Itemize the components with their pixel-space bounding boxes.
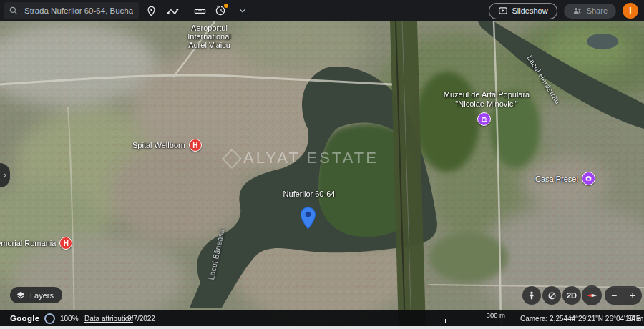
zoom-out-button[interactable]: − bbox=[611, 290, 617, 300]
place-pin-text: Nuferilor 60-64 bbox=[283, 190, 336, 198]
scale-label: 300 m bbox=[487, 311, 505, 319]
top-toolbar: Slideshow Share I bbox=[0, 0, 644, 21]
add-placemark-button[interactable] bbox=[142, 1, 160, 20]
zoom-control: − + bbox=[605, 286, 642, 305]
zoom-in-button[interactable]: + bbox=[630, 290, 635, 300]
chevron-right-icon bbox=[2, 172, 8, 178]
search-input[interactable] bbox=[23, 6, 135, 16]
map-scale-bar: 300 m bbox=[445, 310, 512, 326]
museum-icon[interactable] bbox=[477, 112, 491, 126]
placemark-pin-icon bbox=[146, 6, 157, 16]
status-bar: Google 100% Data attribution 9/7/2022 30… bbox=[0, 310, 644, 326]
airport-line-3: Aurel Vlaicu bbox=[175, 41, 243, 49]
layers-icon bbox=[16, 290, 26, 300]
pegman-icon bbox=[527, 290, 537, 300]
slideshow-play-icon bbox=[498, 6, 508, 16]
slideshow-label: Slideshow bbox=[512, 6, 548, 15]
toolbar-expand-button[interactable] bbox=[233, 1, 252, 20]
scale-line bbox=[445, 319, 512, 323]
mode-2d-button[interactable]: 2D bbox=[562, 286, 581, 305]
slideshow-button[interactable]: Slideshow bbox=[489, 3, 557, 19]
imagery-date: 9/7/2022 bbox=[127, 310, 155, 326]
layers-button[interactable]: Layers bbox=[10, 287, 62, 303]
compass-needle-icon bbox=[585, 288, 599, 303]
stream-progress-icon bbox=[44, 310, 55, 326]
hospital-icon[interactable]: H bbox=[59, 237, 72, 250]
ruler-icon bbox=[194, 5, 206, 17]
map-label-museum: Muzeul de Artă Populară "Nicolae Minovic… bbox=[429, 90, 544, 109]
museum-line-2: "Nicolae Minovici" bbox=[429, 99, 544, 109]
notification-dot bbox=[224, 4, 228, 8]
draw-path-button[interactable] bbox=[163, 1, 182, 20]
map-label-memorial-romania: Memorial Romania H bbox=[0, 237, 72, 250]
hospital-icon[interactable]: H bbox=[189, 139, 202, 152]
street-view-pegman-button[interactable] bbox=[522, 286, 541, 305]
map-label-spital-wellborn: Spital Wellborn H bbox=[132, 139, 202, 152]
casa-presei-text: Casa Presei bbox=[535, 175, 578, 183]
map-label-casa-presei: Casa Presei bbox=[535, 172, 595, 185]
map-label-airport: Aeroportul International Aurel Vlaicu bbox=[175, 24, 243, 49]
watermark-text: ALYAT ESTATE bbox=[243, 149, 379, 167]
historical-imagery-button[interactable] bbox=[212, 1, 230, 20]
museum-line-1: Muzeul de Artă Populară bbox=[429, 90, 544, 99]
stream-percent: 100% bbox=[60, 310, 79, 326]
share-label: Share bbox=[587, 6, 608, 15]
window-bottom-strip bbox=[0, 326, 644, 329]
airport-line-1: Aeroportul bbox=[175, 24, 243, 32]
map-label-place-pin: Nuferilor 60-64 bbox=[280, 190, 338, 198]
attraction-camera-icon[interactable] bbox=[582, 172, 595, 185]
airport-line-2: International bbox=[175, 32, 243, 41]
google-earth-app: ALYAT ESTATE Aeroportul International Au… bbox=[0, 0, 644, 329]
data-attribution-link[interactable]: Data attribution bbox=[84, 310, 133, 326]
layers-label: Layers bbox=[30, 291, 54, 300]
elevation: 94 m bbox=[628, 310, 643, 326]
google-logo: Google bbox=[10, 310, 39, 326]
spital-wellborn-text: Spital Wellborn bbox=[132, 141, 185, 149]
memorial-romania-text: Memorial Romania bbox=[0, 239, 56, 247]
topbar-right-group: Slideshow Share I bbox=[489, 0, 639, 21]
measure-button[interactable] bbox=[190, 1, 209, 20]
path-icon bbox=[167, 5, 179, 17]
compass-button[interactable] bbox=[582, 285, 602, 305]
share-button[interactable]: Share bbox=[564, 4, 616, 19]
share-people-icon bbox=[572, 6, 582, 16]
slashed-circle-icon bbox=[547, 290, 557, 301]
chevron-down-icon bbox=[238, 6, 248, 16]
account-avatar[interactable]: I bbox=[623, 3, 638, 19]
location-pin[interactable] bbox=[298, 205, 318, 235]
orbit-disabled-button[interactable] bbox=[542, 286, 561, 305]
search-box[interactable] bbox=[4, 2, 139, 19]
search-icon bbox=[9, 6, 19, 16]
